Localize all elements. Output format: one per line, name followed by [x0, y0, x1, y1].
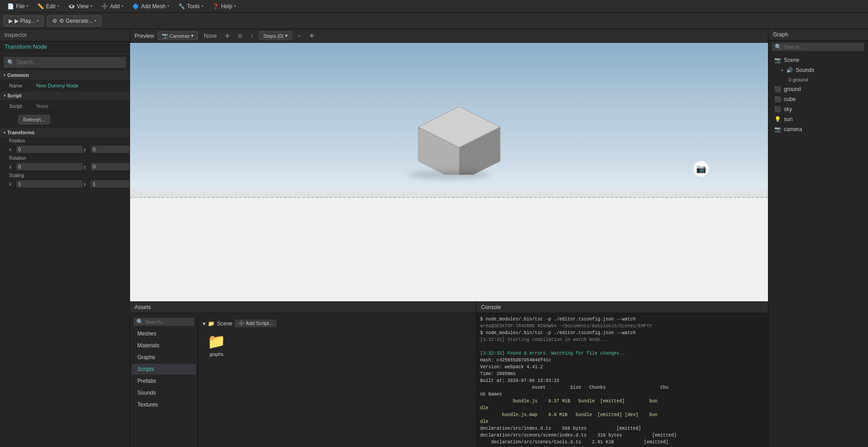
menu-edit-arrow: ▾ — [57, 4, 59, 8]
main-area: Inspector Transform Node 🔍 ▾ Common Name… — [0, 29, 868, 447]
graph-search-box[interactable]: 🔍 — [772, 43, 864, 51]
position-y-input[interactable] — [91, 146, 130, 153]
graph-item-camera[interactable]: 📷 camera — [768, 124, 868, 134]
scaling-y-input[interactable] — [91, 180, 130, 188]
menu-help[interactable]: ❓ Help ▾ — [209, 2, 240, 10]
graph-item-ground[interactable]: ⬛ ground — [768, 84, 868, 94]
console-line: Time: 20950ms — [480, 371, 764, 377]
sounds-icon: 🔊 — [786, 67, 793, 73]
generate-dropdown-arrow: ▾ — [95, 19, 96, 23]
script-property-row: Script None — [0, 101, 130, 112]
preview-viewport[interactable]: 📷 — [130, 43, 768, 301]
common-section-label: Common — [7, 72, 29, 78]
steps-button[interactable]: Steps (0) ▾ — [259, 31, 292, 40]
add-script-button[interactable]: ➕ Add Script... — [235, 320, 276, 327]
cameras-dropdown-arrow: ▾ — [191, 33, 194, 39]
menu-view[interactable]: 👁️ View ▾ — [65, 2, 96, 10]
cameras-button[interactable]: 📷 Cameras ▾ — [158, 31, 198, 40]
assets-panel: Assets 🔍 Meshes Materials — [130, 302, 477, 447]
minus-icon[interactable]: − — [296, 32, 303, 40]
inspector-search-box[interactable]: 🔍 — [4, 57, 126, 68]
tools-icon: 🔧 — [178, 3, 185, 10]
graph-item-sun[interactable]: 💡 sun — [768, 114, 868, 124]
menu-add-mesh[interactable]: 🔷 Add Mesh ▾ — [129, 2, 173, 10]
script-label: Script — [9, 103, 36, 109]
console-line: $ node_modules/.bin/tsc -p ./editor.tsco… — [480, 330, 764, 336]
console-line: nk Names — [480, 391, 764, 398]
console-line: Asset Size Chunks Chu — [480, 384, 764, 391]
scaling-x-input[interactable] — [16, 180, 83, 188]
assets-nav-graphs[interactable]: Graphs — [132, 352, 196, 363]
graph-items-list: 📷 Scene ▾ 🔊 Sounds 0 ground ⬛ ground ⬛ c… — [768, 53, 868, 447]
graph-item-sounds[interactable]: ▾ 🔊 Sounds — [768, 65, 868, 75]
edit-icon: ✏️ — [37, 3, 44, 10]
inspector-search-input[interactable] — [16, 59, 122, 66]
center-area: Preview 📷 Cameras ▾ None ✢ ⊙ ↕ Steps (0)… — [130, 29, 768, 447]
rotation-y-input[interactable] — [91, 163, 130, 170]
console-content[interactable]: $ node_modules/.bin/tsc -p ./editor.tsco… — [477, 313, 768, 447]
3d-cube-visual — [409, 97, 509, 175]
graph-item-scene[interactable]: 📷 Scene — [768, 55, 868, 65]
graph-panel: Graph 🔍 📷 Scene ▾ 🔊 Sounds 0 ground — [768, 29, 868, 447]
position-xyz-row: x y z — [0, 144, 130, 155]
transforms-collapse-arrow: ▾ — [4, 131, 5, 135]
console-line: bundle.js.map 8.9 MiB bundle [emitted] [… — [480, 411, 764, 418]
assets-nav-materials[interactable]: Materials — [132, 340, 196, 351]
console-line: dle — [480, 418, 764, 425]
menu-tools[interactable]: 🔧 Tools ▾ — [175, 2, 207, 10]
move-icon[interactable]: ✢ — [223, 32, 232, 40]
console-line: Version: webpack 4.41.2 — [480, 364, 764, 371]
graphs-folder[interactable]: 📁 graphs — [203, 333, 230, 357]
menu-add[interactable]: ➕ Add ▾ — [98, 2, 127, 10]
console-line: declaration/src/scenes/tools.d.ts 2.91 K… — [480, 439, 764, 446]
graph-search-input[interactable] — [783, 44, 862, 50]
menu-edit[interactable]: ✏️ Edit ▾ — [34, 2, 63, 10]
rotate-icon[interactable]: ⊙ — [236, 32, 245, 40]
generate-label: ⚙ Generate... — [59, 18, 93, 24]
graph-sun-label: sun — [784, 116, 793, 122]
assets-nav-textures[interactable]: Textures — [132, 399, 196, 410]
help-icon: ❓ — [212, 3, 219, 10]
graph-cube-label: cube — [784, 96, 796, 102]
assets-search-input[interactable] — [145, 319, 191, 325]
console-line: $ node_modules/.bin/tsc -p ./editor.tsco… — [480, 316, 764, 323]
assets-nav-meshes[interactable]: Meshes — [132, 328, 196, 339]
position-x-input[interactable] — [16, 146, 83, 153]
script-section-header[interactable]: ▾ Script — [0, 91, 130, 101]
console-line: Hash: c425665d87954040f41c — [480, 357, 764, 364]
menu-tools-arrow: ▾ — [201, 4, 203, 8]
refresh-button[interactable]: Refresh... — [18, 115, 50, 124]
rotation-label: Rotation — [0, 155, 130, 162]
script-value: None — [36, 103, 126, 109]
menu-file-arrow: ▾ — [26, 4, 28, 8]
cameras-label: Cameras — [170, 33, 190, 39]
name-value: New Dummy Node — [36, 83, 126, 88]
console-title: Console — [481, 304, 501, 310]
common-section-header[interactable]: ▾ Common — [0, 71, 130, 80]
assets-nav-scripts[interactable]: Scripts — [132, 364, 196, 375]
generate-button[interactable]: ⚙ ⚙ Generate... ▾ — [47, 15, 101, 26]
transforms-section-label: Transforms — [7, 130, 35, 135]
search-icon: 🔍 — [7, 59, 14, 66]
rotation-xyz-row: x y z — [0, 162, 130, 172]
assets-nav-sounds[interactable]: Sounds — [132, 387, 196, 398]
graph-item-sky[interactable]: ⬛ sky — [768, 104, 868, 114]
graphs-folder-label: graphs — [210, 352, 224, 357]
cube-icon: ⬛ — [774, 96, 781, 102]
play-button[interactable]: ▶ ▶ Play... ▾ — [4, 15, 44, 26]
transforms-section-header[interactable]: ▾ Transforms — [0, 128, 130, 137]
scale-icon[interactable]: ↕ — [248, 32, 256, 40]
assets-search-box[interactable]: 🔍 — [134, 318, 194, 326]
menu-file[interactable]: 📄 File ▾ — [4, 2, 32, 10]
graph-item-cube[interactable]: ⬛ cube — [768, 94, 868, 104]
inspector-node-title: Transform Node — [0, 41, 130, 54]
assets-nav-prefabs[interactable]: Prefabs — [132, 376, 196, 386]
menu-file-label: File — [16, 3, 25, 10]
steps-dropdown-arrow: ▾ — [285, 33, 288, 39]
scaling-label: Scaling — [0, 172, 130, 179]
graph-sky-label: sky — [784, 106, 792, 112]
add-icon: ➕ — [101, 3, 108, 10]
graph-search-icon: 🔍 — [775, 44, 782, 50]
rotation-x-input[interactable] — [16, 163, 83, 170]
eye-icon[interactable]: 👁 — [307, 32, 317, 40]
